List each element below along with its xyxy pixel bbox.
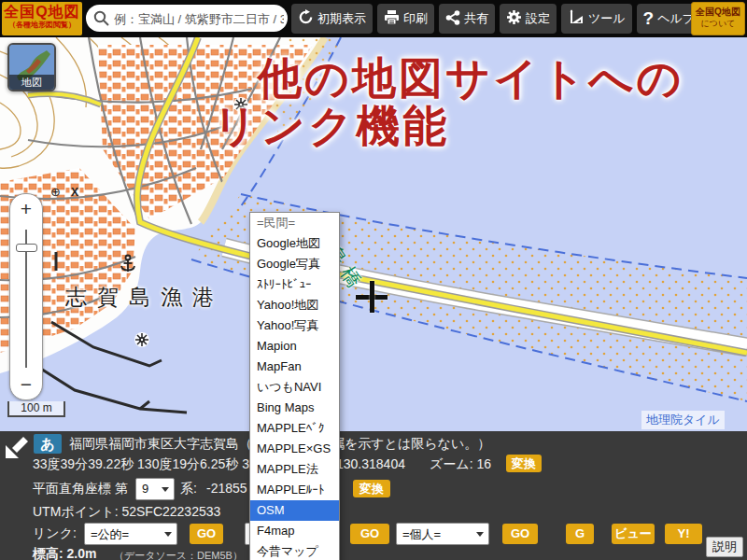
dropdown-item[interactable]: いつもNAVI bbox=[250, 377, 339, 398]
plane-coords-suffix: 系: bbox=[180, 481, 197, 497]
about-site-button[interactable]: 全国Q地図 について bbox=[691, 2, 745, 35]
dropdown-item[interactable]: 今昔マップ bbox=[250, 541, 339, 560]
tools-button[interactable]: ツール bbox=[561, 4, 632, 34]
zoom-out-button[interactable]: − bbox=[10, 373, 42, 396]
qmap-app: { "topbar": { "logo_title": "全国Q地図", "lo… bbox=[0, 0, 747, 560]
scale-bar: 100 m bbox=[7, 401, 65, 417]
zoom-level-text: ズーム: 16 bbox=[430, 456, 491, 473]
go-private-button[interactable]: GO bbox=[350, 524, 389, 544]
dropdown-item[interactable]: Yahoo!写真 bbox=[250, 315, 339, 336]
site-logo-subtitle: （各種地形図閲覧） bbox=[2, 21, 82, 29]
link-select-personal[interactable]: =個人= bbox=[396, 523, 489, 545]
gear-icon bbox=[506, 9, 522, 28]
selected-point-cross-marker bbox=[356, 281, 388, 313]
map-links-dropdown: =民間=Google地図Google写真ｽﾄﾘｰﾄﾋﾞｭｰYahoo!地図Yah… bbox=[249, 212, 340, 560]
about-line2: について bbox=[692, 20, 744, 28]
dropdown-item[interactable]: F4map bbox=[250, 521, 339, 541]
dropdown-item[interactable]: MAPPLEﾍﾞｸ bbox=[250, 418, 339, 439]
link-select-personal-value: =個人= bbox=[402, 527, 441, 541]
tools-label: ツール bbox=[588, 10, 626, 27]
dropdown-item[interactable]: Mapion bbox=[250, 336, 339, 357]
beacon-icon bbox=[134, 332, 149, 347]
printer-icon bbox=[384, 10, 400, 28]
reset-view-button[interactable]: 初期表示 bbox=[291, 4, 373, 34]
overlay-headline-line2: リンク機能 bbox=[213, 97, 449, 156]
search-input[interactable] bbox=[112, 5, 286, 34]
settings-label: 設定 bbox=[526, 10, 550, 27]
elevation-source-text: （データソース：DEM5B） bbox=[114, 549, 243, 560]
help-label: ヘルプ bbox=[657, 10, 695, 27]
circle-plus-symbol: ⊕ bbox=[50, 185, 61, 199]
top-toolbar: 全国Q地図 （各種地形図閲覧） 初期表示 印刷 共有 bbox=[0, 0, 747, 37]
about-line1: 全国Q地図 bbox=[692, 7, 744, 17]
description-button[interactable]: 説明 bbox=[706, 537, 743, 557]
ruler-pen-icon bbox=[568, 9, 585, 28]
search-icon bbox=[93, 10, 109, 30]
link-label: リンク: bbox=[33, 525, 77, 542]
dropdown-item[interactable]: Yahoo!地図 bbox=[250, 295, 339, 315]
dropdown-item[interactable]: Bing Maps bbox=[250, 398, 339, 418]
layer-select-button[interactable]: 地図 bbox=[7, 43, 56, 91]
dropdown-item[interactable]: MAPPLE×GS bbox=[250, 439, 339, 459]
streetview-shortcut-button[interactable]: ビュー bbox=[612, 524, 655, 544]
share-icon bbox=[445, 10, 460, 28]
zoom-slider-handle[interactable] bbox=[16, 244, 37, 252]
chevron-down-icon bbox=[476, 532, 484, 537]
google-shortcut-button[interactable]: G bbox=[566, 524, 594, 544]
go-public-button[interactable]: GO bbox=[190, 524, 223, 544]
chevron-down-icon bbox=[162, 487, 169, 492]
settings-button[interactable]: 設定 bbox=[500, 4, 557, 34]
link-select-public-value: =公的= bbox=[91, 527, 129, 541]
map-attribution[interactable]: 地理院タイル bbox=[641, 411, 725, 429]
reset-view-label: 初期表示 bbox=[317, 10, 366, 27]
go-personal-button[interactable]: GO bbox=[502, 524, 538, 544]
zoom-in-button[interactable]: + bbox=[10, 198, 42, 220]
dropdown-item[interactable]: =民間= bbox=[250, 213, 339, 233]
dropdown-item[interactable]: MAPPLE法 bbox=[250, 459, 339, 480]
elevation-text: 標高: 2.0m bbox=[33, 546, 96, 560]
kana-badge[interactable]: あ bbox=[34, 434, 62, 454]
convert-plane-button[interactable]: 変換 bbox=[353, 480, 390, 497]
share-label: 共有 bbox=[464, 10, 488, 27]
zoom-control[interactable]: + − bbox=[9, 193, 43, 400]
site-logo-title: 全国Q地図 bbox=[2, 5, 82, 20]
site-logo[interactable]: 全国Q地図 （各種地形図閲覧） bbox=[2, 2, 82, 35]
plane-coords-label: 平面直角座標 第 bbox=[33, 481, 128, 497]
plane-zone-value: 9 bbox=[142, 482, 148, 496]
print-button[interactable]: 印刷 bbox=[377, 4, 434, 34]
dropdown-item[interactable]: Google地図 bbox=[250, 233, 339, 254]
plane-coords-value: -21855 bbox=[206, 481, 247, 496]
point-arrow-icon[interactable] bbox=[5, 433, 31, 459]
layer-button-label: 地図 bbox=[9, 75, 54, 90]
coordinates-decimal: 130.318404 bbox=[336, 456, 405, 471]
print-label: 印刷 bbox=[403, 10, 428, 27]
info-panel: あ 福岡県福岡市東区大字志賀島（この表示が所属を示すとは限らない。） 33度39… bbox=[0, 431, 747, 560]
chevron-down-icon bbox=[164, 532, 172, 537]
dropdown-item[interactable]: MapFan bbox=[250, 357, 339, 377]
share-button[interactable]: 共有 bbox=[439, 4, 495, 34]
utm-point-text: UTMポイント: 52SFC22232533 bbox=[33, 504, 220, 521]
x-symbol: X bbox=[71, 186, 78, 199]
dropdown-item[interactable]: MAPPLEﾙｰﾄ bbox=[250, 480, 339, 500]
refresh-icon bbox=[298, 9, 314, 28]
question-icon: ? bbox=[643, 8, 655, 29]
dropdown-item[interactable]: ｽﾄﾘｰﾄﾋﾞｭｰ bbox=[250, 274, 339, 295]
yahoo-shortcut-button[interactable]: Y! bbox=[665, 524, 702, 544]
plane-zone-select[interactable]: 9 bbox=[135, 478, 175, 500]
port-name-label: 志賀島漁港 bbox=[65, 283, 224, 312]
search-box[interactable] bbox=[86, 5, 288, 32]
dropdown-item[interactable]: Google写真 bbox=[250, 254, 339, 274]
link-select-public[interactable]: =公的= bbox=[84, 523, 177, 545]
convert-coords-button[interactable]: 変換 bbox=[506, 455, 542, 472]
dropdown-item[interactable]: OSM bbox=[250, 500, 339, 521]
map-viewport[interactable]: ⊕ X bbox=[0, 37, 747, 431]
